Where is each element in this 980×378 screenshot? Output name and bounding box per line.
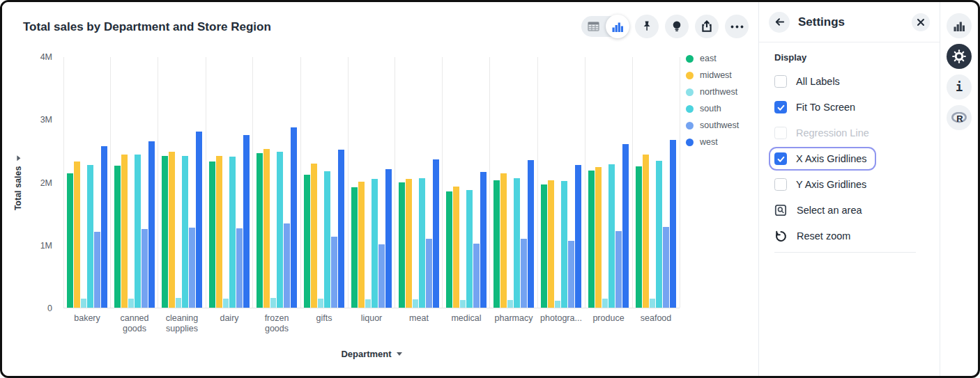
bar-midwest[interactable] — [548, 180, 554, 308]
bar-southwest[interactable] — [615, 231, 622, 308]
bar-south[interactable] — [656, 161, 662, 308]
bar-midwest[interactable] — [358, 182, 365, 308]
bar-southwest[interactable] — [378, 244, 385, 308]
bar-west[interactable] — [196, 132, 202, 308]
bar-east[interactable] — [209, 162, 215, 308]
chart-tab-button[interactable] — [947, 13, 972, 38]
r-language-tab-button[interactable]: R — [947, 105, 972, 130]
bar-southwest[interactable] — [284, 223, 290, 308]
bar-west[interactable] — [148, 141, 155, 308]
checkbox-unchecked-icon[interactable] — [774, 75, 787, 88]
pin-button[interactable] — [635, 15, 659, 38]
bar-southwest[interactable] — [94, 232, 100, 308]
bar-midwest[interactable] — [216, 156, 222, 308]
bar-south[interactable] — [87, 165, 93, 308]
bar-south[interactable] — [514, 178, 520, 308]
bar-midwest[interactable] — [453, 187, 459, 308]
checkbox-row-fit-to-screen[interactable]: Fit To Screen — [774, 97, 928, 118]
reset-zoom-button[interactable]: Reset zoom — [774, 226, 928, 246]
table-view-icon[interactable] — [581, 22, 605, 31]
bar-east[interactable] — [399, 182, 405, 308]
checkbox-checked-icon[interactable] — [774, 101, 787, 113]
bar-southwest[interactable] — [141, 229, 148, 308]
legend-item-west[interactable]: west — [686, 137, 739, 147]
bar-east[interactable] — [541, 184, 547, 308]
bar-south[interactable] — [324, 171, 330, 308]
bar-southwest[interactable] — [663, 227, 669, 308]
bar-west[interactable] — [575, 165, 581, 308]
bar-south[interactable] — [135, 155, 141, 308]
bar-east[interactable] — [446, 191, 452, 308]
bar-south[interactable] — [229, 157, 236, 308]
bar-west[interactable] — [670, 140, 676, 308]
close-button[interactable] — [912, 13, 930, 31]
checkbox-row-all-labels[interactable]: All Labels — [774, 71, 928, 92]
bar-southwest[interactable] — [568, 241, 574, 308]
bar-chart-view-icon[interactable] — [606, 15, 629, 38]
bar-east[interactable] — [114, 166, 121, 308]
bar-west[interactable] — [622, 144, 629, 308]
bar-midwest[interactable] — [500, 173, 507, 308]
bar-northwest[interactable] — [460, 300, 466, 308]
bar-south[interactable] — [277, 152, 283, 308]
bar-northwest[interactable] — [81, 299, 87, 308]
legend-item-midwest[interactable]: midwest — [686, 70, 739, 80]
bar-south[interactable] — [372, 179, 378, 308]
bar-south[interactable] — [419, 178, 425, 308]
checkbox-row-y-axis-gridlines[interactable]: Y Axis Gridlines — [774, 174, 928, 195]
lightbulb-button[interactable] — [665, 15, 689, 38]
bar-south[interactable] — [182, 156, 188, 308]
bar-east[interactable] — [351, 187, 358, 308]
bar-midwest[interactable] — [643, 155, 649, 308]
bar-midwest[interactable] — [595, 167, 602, 308]
bar-midwest[interactable] — [311, 164, 317, 308]
more-options-button[interactable] — [725, 15, 749, 38]
bar-midwest[interactable] — [74, 162, 80, 308]
bar-west[interactable] — [338, 150, 344, 308]
bar-southwest[interactable] — [473, 244, 480, 308]
bar-northwest[interactable] — [507, 300, 514, 308]
checkbox-row-x-axis-gridlines[interactable]: X Axis Gridlines — [770, 148, 875, 169]
share-button[interactable] — [695, 15, 719, 38]
bar-northwest[interactable] — [318, 299, 324, 308]
bar-east[interactable] — [493, 180, 500, 308]
bar-east[interactable] — [636, 166, 642, 308]
back-button[interactable] — [769, 12, 790, 33]
legend-item-south[interactable]: south — [686, 104, 739, 113]
bar-northwest[interactable] — [650, 299, 656, 308]
bar-south[interactable] — [466, 190, 473, 308]
legend-item-northwest[interactable]: northwest — [686, 87, 739, 97]
bar-midwest[interactable] — [263, 149, 270, 308]
legend-item-east[interactable]: east — [686, 54, 739, 63]
checkbox-unchecked-icon[interactable] — [774, 178, 787, 191]
bar-northwest[interactable] — [555, 301, 561, 308]
bar-northwest[interactable] — [176, 298, 182, 308]
bar-east[interactable] — [588, 171, 595, 308]
bar-south[interactable] — [608, 164, 615, 308]
info-tab-button[interactable]: i — [947, 74, 972, 100]
bar-southwest[interactable] — [331, 237, 337, 308]
select-area-button[interactable]: Select an area — [774, 200, 928, 221]
bar-southwest[interactable] — [426, 239, 432, 308]
bar-northwest[interactable] — [223, 299, 229, 308]
bar-west[interactable] — [243, 135, 250, 308]
bar-west[interactable] — [528, 160, 534, 308]
bar-southwest[interactable] — [189, 228, 195, 308]
bar-southwest[interactable] — [521, 239, 527, 308]
bar-northwest[interactable] — [365, 299, 372, 308]
bar-east[interactable] — [257, 153, 263, 308]
legend-item-southwest[interactable]: southwest — [686, 120, 739, 130]
bar-west[interactable] — [385, 169, 392, 308]
bar-midwest[interactable] — [121, 155, 128, 308]
chart-type-toggle[interactable] — [581, 16, 629, 37]
bar-northwest[interactable] — [270, 298, 277, 308]
x-axis-title[interactable]: Department — [63, 349, 680, 359]
bar-south[interactable] — [561, 181, 567, 308]
bar-east[interactable] — [162, 156, 168, 308]
bar-east[interactable] — [304, 175, 310, 308]
bar-midwest[interactable] — [169, 152, 175, 308]
bar-northwest[interactable] — [128, 299, 135, 308]
bar-west[interactable] — [480, 172, 487, 308]
settings-tab-button[interactable] — [947, 44, 972, 69]
bar-west[interactable] — [433, 159, 439, 308]
